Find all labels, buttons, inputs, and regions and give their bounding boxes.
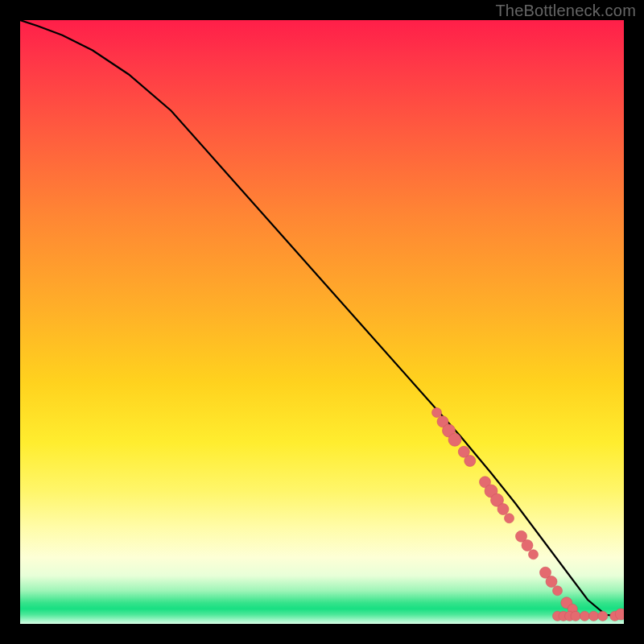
curve-line: [20, 20, 624, 617]
scatter-dot: [580, 611, 589, 621]
scatter-dot: [522, 540, 533, 551]
scatter-dot: [589, 611, 599, 621]
scatter-dot: [505, 514, 514, 523]
scatter-dot: [571, 611, 580, 621]
scatter-dot: [553, 586, 563, 596]
scatter-dot: [598, 611, 608, 621]
plot-area: [20, 20, 624, 624]
scatter-dots: [432, 408, 625, 621]
scatter-dot: [448, 433, 461, 446]
watermark-text: TheBottleneck.com: [495, 2, 636, 20]
chart-svg: [20, 20, 624, 624]
scatter-dot: [432, 408, 442, 418]
scatter-dot: [529, 550, 539, 559]
scatter-dot: [615, 609, 624, 620]
scatter-dot: [497, 504, 509, 515]
scatter-dot: [546, 576, 557, 588]
scatter-dot: [464, 456, 476, 467]
chart-frame: TheBottleneck.com: [0, 0, 644, 644]
